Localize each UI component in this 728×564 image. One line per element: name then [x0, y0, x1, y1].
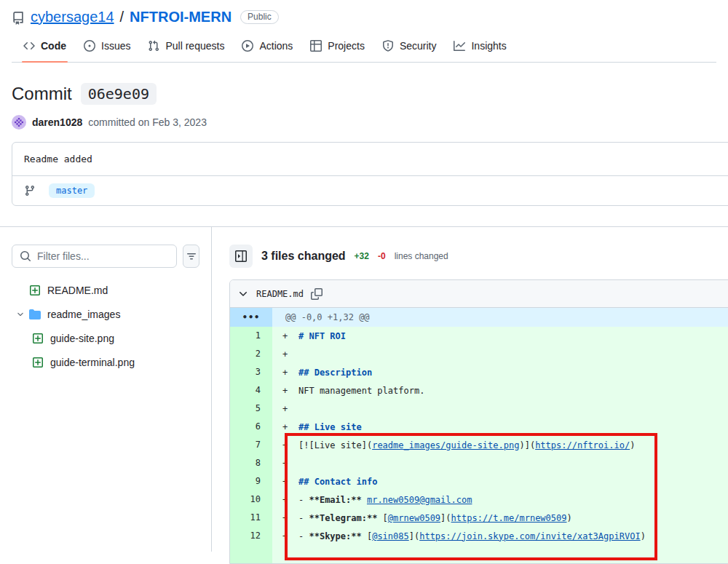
additions-count: +32: [355, 251, 369, 261]
line-number[interactable]: 6: [230, 418, 272, 436]
line-number[interactable]: 1: [230, 327, 272, 345]
line-number[interactable]: 12: [230, 527, 272, 545]
commit-sha: 06e9e09: [81, 83, 157, 105]
tab-label: Issues: [101, 40, 130, 52]
branch-row: master: [12, 175, 728, 205]
table-icon: [310, 40, 322, 52]
search-icon: [20, 250, 31, 262]
line-content: +## Live site: [272, 418, 728, 436]
line-number[interactable]: 7: [230, 436, 272, 454]
line-number[interactable]: 5: [230, 400, 272, 418]
tab-issues[interactable]: Issues: [78, 36, 136, 62]
code-text: ): [630, 440, 635, 450]
addition-marker: +: [282, 440, 298, 450]
collapse-sidebar-button[interactable]: [229, 245, 253, 268]
page-header: cybersage14 / NFTROI-MERN Public CodeIss…: [0, 0, 728, 63]
code-text: ): [566, 513, 571, 523]
commit-author-row: daren1028 committed on Feb 3, 2023: [0, 105, 728, 130]
author-name[interactable]: daren1028: [32, 116, 82, 128]
branch-badge[interactable]: master: [49, 183, 95, 198]
expand-hunk-button[interactable]: •••: [230, 308, 272, 327]
tab-security[interactable]: Security: [376, 36, 443, 62]
code-text: [: [377, 513, 387, 523]
addition-marker: +: [282, 477, 298, 487]
tab-projects[interactable]: Projects: [304, 36, 371, 62]
file-diff-header: README.md: [230, 280, 728, 308]
tree-item-readme_images[interactable]: readme_images: [12, 302, 199, 326]
tab-label: Pull requests: [165, 40, 224, 52]
commit-message: Readme added: [12, 143, 728, 175]
file-tree-sidebar: README.mdreadme_imagesguide-site.pngguid…: [0, 227, 212, 552]
addition-marker: +: [282, 331, 298, 341]
files-changed-count: 3 files changed: [261, 250, 346, 263]
code-link[interactable]: @sin085: [372, 531, 409, 541]
tree-item-label: guide-terminal.png: [50, 357, 135, 368]
diff-line-1: 1+# NFT ROI: [230, 327, 728, 345]
code-link[interactable]: @mrnew0509: [388, 513, 440, 523]
code-link[interactable]: https://t.me/mrnew0509: [451, 513, 567, 523]
line-content: +- **Telegram:** [@mrnew0509](https://t.…: [272, 509, 728, 527]
diff-line-4: 4+NFT management platform.: [230, 381, 728, 400]
tab-actions[interactable]: Actions: [236, 36, 298, 62]
line-number: [230, 545, 272, 563]
file-filter-row: [12, 245, 199, 268]
folder-icon: [29, 309, 41, 320]
hunk-header-row: ••• @@ -0,0 +1,32 @@: [230, 308, 728, 327]
line-number[interactable]: 11: [230, 509, 272, 527]
code-link[interactable]: https://nftroi.io/: [535, 440, 630, 450]
line-number[interactable]: 4: [230, 381, 272, 400]
tab-insights[interactable]: Insights: [448, 36, 512, 62]
commit-heading: Commit 06e9e09: [0, 63, 728, 105]
line-number[interactable]: 2: [230, 345, 272, 363]
diff-line-9: 9+## Contact info: [230, 472, 728, 490]
code-link[interactable]: readme_images/guide-site.png: [372, 440, 519, 450]
addition-marker: +: [282, 495, 298, 505]
tree-item-guide-site.png[interactable]: guide-site.png: [12, 326, 199, 350]
diff-main: 3 files changed +32 -0 lines changed REA…: [212, 227, 728, 552]
code-text: ](: [440, 513, 451, 523]
diff-file-name[interactable]: README.md: [256, 289, 304, 299]
tree-item-readme.md[interactable]: README.md: [12, 278, 199, 302]
git-branch-icon: [24, 185, 36, 196]
tab-label: Insights: [471, 40, 506, 52]
line-number[interactable]: 10: [230, 490, 272, 509]
tab-code[interactable]: Code: [17, 36, 72, 62]
code-link[interactable]: mr.new0509@gmail.com: [367, 495, 472, 505]
tree-item-guide-terminal.png[interactable]: guide-terminal.png: [12, 350, 199, 374]
issue-opened-icon: [84, 40, 95, 52]
files-changed-header: 3 files changed +32 -0 lines changed: [229, 245, 728, 268]
chevron-down-icon[interactable]: [12, 310, 29, 319]
line-number[interactable]: 8: [230, 454, 272, 472]
tab-pull-requests[interactable]: Pull requests: [142, 36, 230, 62]
committed-date-text: committed on Feb 3, 2023: [88, 116, 207, 128]
diff-line-11: 11+- **Telegram:** [@mrnew0509](https://…: [230, 509, 728, 527]
line-number[interactable]: 3: [230, 363, 272, 381]
line-number[interactable]: 9: [230, 472, 272, 490]
addition-marker: +: [282, 404, 298, 414]
code-text: # NFT ROI: [298, 331, 346, 341]
line-content: +: [272, 345, 728, 363]
code-link[interactable]: https://join.skype.com/invite/xat3AgpiRV…: [419, 531, 640, 541]
copy-path-button[interactable]: [311, 288, 323, 300]
lines-changed-label: lines changed: [395, 251, 448, 261]
repo-nav: CodeIssuesPull requestsActionsProjectsSe…: [17, 36, 711, 62]
avatar[interactable]: [12, 115, 26, 130]
line-content: +: [272, 454, 728, 472]
line-content: +## Description: [272, 363, 728, 381]
line-content: +## Contact info: [272, 472, 728, 490]
tree-item-label: README.md: [47, 285, 108, 296]
diff-added-icon: [29, 285, 41, 296]
diff-layout: README.mdreadme_imagesguide-site.pngguid…: [0, 226, 728, 552]
code-icon: [23, 40, 35, 52]
file-filter-input[interactable]: [37, 250, 169, 262]
chevron-down-icon[interactable]: [237, 288, 249, 300]
repo-owner-link[interactable]: cybersage14: [31, 9, 114, 25]
file-filter-box: [12, 245, 177, 268]
filter-options-button[interactable]: [183, 245, 199, 268]
diff-line-8: 8+: [230, 454, 728, 472]
active-tab-underline: [22, 61, 68, 63]
diff-line-7: 7+[![Live site](readme_images/guide-site…: [230, 436, 728, 454]
line-content: +: [272, 400, 728, 418]
repo-name-link[interactable]: NFTROI-MERN: [130, 9, 232, 25]
file-diff-card: README.md ••• @@ -0,0 +1,32 @@ 1+# NFT R…: [229, 279, 728, 564]
